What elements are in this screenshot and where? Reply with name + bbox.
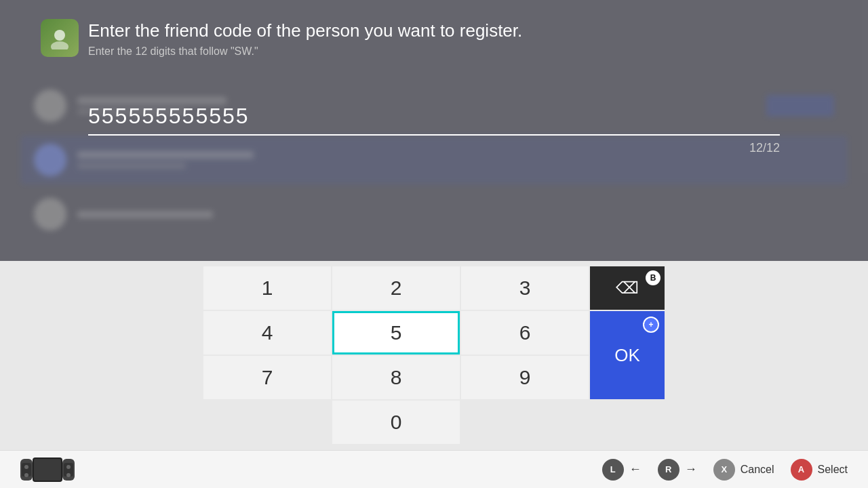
- x-button-badge: X: [713, 459, 735, 481]
- key-1[interactable]: 1: [203, 266, 331, 310]
- avatar: [41, 19, 79, 57]
- svg-point-4: [24, 465, 28, 469]
- bottom-bar: L ← R → X Cancel A Select: [0, 450, 868, 488]
- svg-point-5: [24, 473, 28, 477]
- l-button-group: L ←: [602, 459, 642, 481]
- cancel-label: Cancel: [741, 464, 774, 476]
- r-button-group: R →: [658, 459, 697, 481]
- key-6[interactable]: 6: [461, 311, 589, 354]
- svg-point-1: [51, 41, 68, 49]
- a-badge-ok: +: [643, 317, 659, 333]
- dialog-subtitle: Enter the 12 digits that follow "SW.": [88, 45, 780, 58]
- top-background: Enter the friend code of the person you …: [0, 0, 868, 261]
- svg-point-10: [66, 465, 71, 469]
- key-0[interactable]: 0: [332, 401, 460, 444]
- switch-console-icon: [20, 456, 75, 483]
- x-button-group[interactable]: X Cancel: [713, 459, 774, 481]
- l-button-badge: L: [602, 459, 624, 481]
- backspace-icon: ⌫: [616, 279, 639, 298]
- input-container: 12/12: [88, 98, 780, 155]
- svg-point-11: [66, 473, 71, 477]
- bottom-controls: L ← R → X Cancel A Select: [602, 459, 848, 481]
- a-button-group[interactable]: A Select: [791, 459, 848, 481]
- dialog-overlay: Enter the friend code of the person you …: [0, 0, 868, 261]
- user-icon: [48, 26, 71, 49]
- backspace-button[interactable]: B ⌫: [590, 266, 665, 310]
- svg-point-0: [54, 30, 65, 41]
- switch-svg: [20, 456, 75, 483]
- select-label: Select: [818, 464, 848, 476]
- r-button-badge: R: [658, 459, 679, 481]
- key-4[interactable]: 4: [203, 311, 331, 354]
- key-3[interactable]: 3: [461, 266, 589, 310]
- key-7[interactable]: 7: [203, 356, 331, 399]
- dialog-title: Enter the friend code of the person you …: [88, 20, 780, 41]
- b-badge: B: [646, 270, 660, 285]
- char-count: 12/12: [88, 141, 780, 155]
- side-buttons: B ⌫ + OK: [590, 266, 665, 399]
- key-9[interactable]: 9: [461, 356, 589, 399]
- key-8[interactable]: 8: [332, 356, 460, 399]
- numpad-grid: 1 2 3 4 5 6 7 8 9 0: [203, 266, 589, 444]
- key-5[interactable]: 5: [332, 311, 460, 354]
- svg-rect-7: [34, 459, 61, 481]
- r-arrow: →: [685, 462, 697, 476]
- key-2[interactable]: 2: [332, 266, 460, 310]
- ok-label: OK: [614, 345, 640, 366]
- a-button-badge: A: [791, 459, 812, 481]
- friend-code-input[interactable]: [88, 98, 780, 136]
- ok-button[interactable]: + OK: [590, 311, 665, 399]
- numpad-container: 1 2 3 4 5 6 7 8 9 0 B ⌫ + OK: [0, 261, 868, 444]
- l-arrow: ←: [629, 462, 642, 476]
